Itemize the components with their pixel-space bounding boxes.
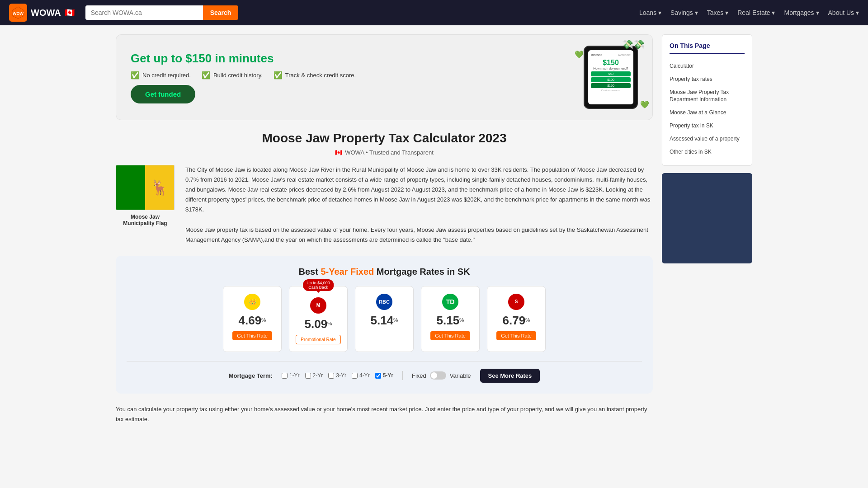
- fixed-variable-toggle[interactable]: [430, 371, 446, 380]
- generic-bank-icon: 👑: [244, 294, 260, 310]
- search-button[interactable]: Search: [203, 5, 239, 20]
- check-icon-3: ✅: [274, 71, 283, 80]
- nav-taxes[interactable]: Taxes ▾: [707, 9, 728, 16]
- rates-grid: 👑 4.69% Get This Rate Up to $4,000 Cash …: [127, 286, 642, 352]
- mortgage-title: Best 5-Year Fixed Mortgage Rates in SK: [127, 267, 642, 277]
- page-layout: Get up to $150 in minutes ✅ No credit re…: [108, 25, 760, 442]
- sidebar-toc: On This Page Calculator Property tax rat…: [662, 34, 752, 166]
- search-container: Search: [85, 5, 239, 20]
- phone-btn-100: $100: [591, 77, 631, 82]
- ad-check-label-3: Track & check credit score.: [285, 72, 356, 79]
- phone-app-header: Instant Available: [591, 53, 631, 57]
- toc-item-property-tax-rates[interactable]: Property tax rates: [670, 73, 745, 86]
- term-label-1yr: 1-Yr: [289, 372, 300, 379]
- toc-item-at-a-glance[interactable]: Moose Jaw at a Glance: [670, 106, 745, 119]
- check-icon-1: ✅: [131, 71, 140, 80]
- trusted-badge: 🇨🇦 WOWA • Trusted and Transparent: [116, 149, 653, 156]
- phone-amount: $150: [591, 59, 631, 67]
- rate-card-5: S 6.79% Get This Rate: [487, 286, 546, 352]
- rate-card-4: TD 5.15% Get This Rate: [421, 286, 480, 352]
- sidebar-advertisement: [662, 173, 752, 263]
- term-options: 1-Yr 2-Yr 3-Yr 4-Yr 5-Yr: [282, 372, 393, 379]
- navbar: WOW WOWA 🇨🇦 Search Loans ▾ Savings ▾ Tax…: [0, 0, 868, 25]
- ad-check-1: ✅ No credit required.: [131, 71, 191, 80]
- divider: [402, 371, 403, 380]
- term-5yr[interactable]: 5-Yr: [375, 372, 393, 379]
- toc-item-other-cities[interactable]: Other cities in SK: [670, 145, 745, 159]
- ad-title-prefix: Get up to: [131, 52, 185, 65]
- rate-4: 5.15%: [427, 314, 474, 328]
- rate-percent-2: %: [327, 320, 332, 326]
- mortgage-title-fixed: 5-Year Fixed: [321, 267, 374, 277]
- rate-5: 6.79%: [493, 314, 540, 328]
- flag-label-line1: Moose Jaw: [116, 214, 175, 220]
- nav-savings[interactable]: Savings ▾: [670, 9, 698, 16]
- rate-percent-3: %: [393, 317, 398, 323]
- term-checkbox-5yr[interactable]: [375, 373, 381, 379]
- term-1yr[interactable]: 1-Yr: [282, 372, 300, 379]
- intro-section: 🦌 Moose Jaw Municipality Flag The City o…: [116, 165, 653, 245]
- term-label-3yr: 3-Yr: [336, 372, 346, 379]
- term-checkbox-4yr[interactable]: [352, 373, 358, 379]
- term-label-4yr: 4-Yr: [359, 372, 370, 379]
- nav-about-us[interactable]: About Us ▾: [828, 9, 859, 16]
- term-label-5yr: 5-Yr: [383, 372, 393, 379]
- toc-item-assessed-value[interactable]: Assessed value of a property: [670, 132, 745, 145]
- toggle-knob: [431, 372, 437, 379]
- flag-label-line2: Municipality Flag: [116, 220, 175, 226]
- rate-card-1: 👑 4.69% Get This Rate: [223, 286, 282, 352]
- page-title: Moose Jaw Property Tax Calculator 2023: [116, 131, 653, 145]
- rate-percent-5: %: [525, 317, 530, 323]
- toc-title: On This Page: [670, 42, 745, 54]
- intro-paragraph-1: The City of Moose Jaw is located along M…: [185, 165, 653, 215]
- mortgage-controls: Mortgage Term: 1-Yr 2-Yr 3-Yr 4-Yr: [127, 361, 642, 383]
- search-input[interactable]: [85, 5, 203, 20]
- toc-item-calculator[interactable]: Calculator: [670, 60, 745, 73]
- phone-btn-50: $50: [591, 71, 631, 76]
- ad-checks: ✅ No credit required. ✅ Build credit his…: [131, 71, 356, 80]
- nav-loans[interactable]: Loans ▾: [639, 9, 661, 16]
- rate-number-4: 5.15: [437, 314, 460, 327]
- rate-3: 5.14%: [361, 314, 408, 328]
- ad-check-label-1: No credit required.: [142, 72, 191, 79]
- canada-flag-icon: 🇨🇦: [65, 8, 75, 18]
- term-3yr[interactable]: 3-Yr: [328, 372, 346, 379]
- term-checkbox-3yr[interactable]: [328, 373, 334, 379]
- toggle-group: Fixed Variable: [412, 371, 471, 380]
- rate-card-3: RBC 5.14%: [355, 286, 414, 352]
- toc-item-property-tax-sk[interactable]: Property tax in SK: [670, 119, 745, 132]
- flag-icon-small: 🇨🇦: [335, 149, 342, 156]
- term-checkbox-1yr[interactable]: [282, 373, 288, 379]
- mogo-bank-icon: M: [310, 297, 326, 314]
- flag-label: Moose Jaw Municipality Flag: [116, 214, 175, 226]
- mortgage-rates-box: Best 5-Year Fixed Mortgage Rates in SK 👑…: [116, 256, 653, 394]
- get-rate-btn-1[interactable]: Get This Rate: [232, 331, 272, 340]
- cashback-badge: Up to $4,000 Cash Back: [303, 279, 334, 291]
- term-4yr[interactable]: 4-Yr: [352, 372, 370, 379]
- see-more-rates-button[interactable]: See More Rates: [480, 369, 540, 383]
- ad-title-suffix: in minutes: [212, 52, 274, 65]
- get-funded-button[interactable]: Get funded: [131, 85, 195, 103]
- nav-mortgages[interactable]: Mortgages ▾: [784, 9, 819, 16]
- rate-number-3: 5.14: [371, 314, 394, 327]
- promotional-rate-btn-2[interactable]: Promotional Rate: [296, 335, 340, 344]
- main-content: Get up to $150 in minutes ✅ No credit re…: [116, 34, 653, 433]
- scotiabank-icon: S: [508, 294, 524, 310]
- rate-2: 5.09%: [295, 317, 342, 331]
- ad-check-label-2: Build credit history.: [213, 72, 263, 79]
- mortgage-title-suffix: Mortgage Rates in SK: [374, 267, 470, 277]
- term-2yr[interactable]: 2-Yr: [305, 372, 323, 379]
- ad-check-2: ✅ Build credit history.: [202, 71, 263, 80]
- ad-title-amount: $150: [185, 52, 212, 65]
- nav-real-estate[interactable]: Real Estate ▾: [737, 9, 775, 16]
- rbc-bank-icon: RBC: [376, 294, 392, 310]
- term-checkbox-2yr[interactable]: [305, 373, 311, 379]
- toc-item-department-info[interactable]: Moose Jaw Property Tax Department Inform…: [670, 86, 745, 107]
- variable-label: Variable: [450, 372, 471, 379]
- rate-percent-4: %: [459, 317, 464, 323]
- get-rate-btn-4[interactable]: Get This Rate: [430, 331, 470, 340]
- sidebar: On This Page Calculator Property tax rat…: [662, 34, 752, 433]
- ad-left: Get up to $150 in minutes ✅ No credit re…: [131, 52, 356, 103]
- rate-number-1: 4.69: [239, 314, 262, 327]
- get-rate-btn-5[interactable]: Get This Rate: [496, 331, 536, 340]
